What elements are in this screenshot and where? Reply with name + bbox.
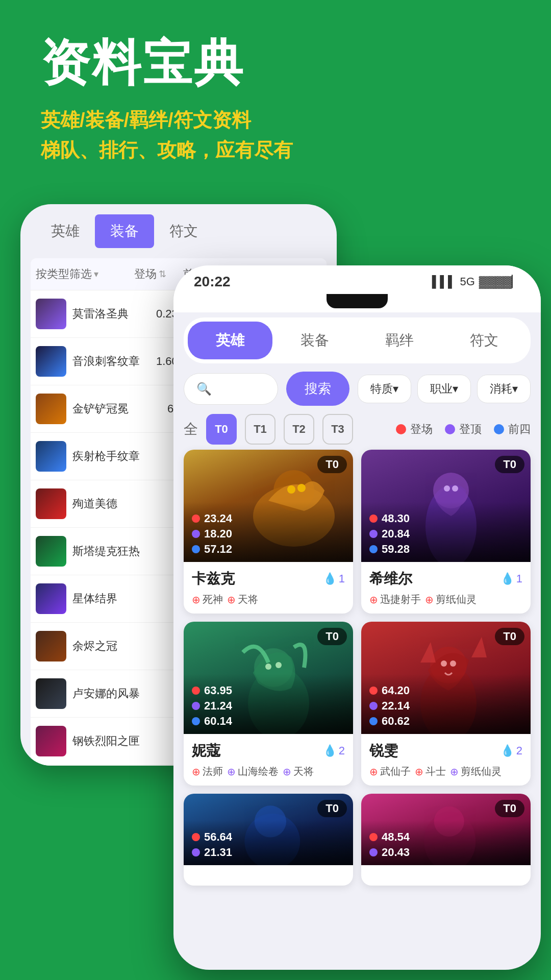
stat-dot-purple xyxy=(192,530,200,538)
status-bar: 20:22 ▌▌▌ 5G ▓▓▓▓▏ xyxy=(173,265,541,294)
stat-line-qiansi-4: 60.62 xyxy=(369,715,522,728)
svg-point-7 xyxy=(452,485,458,492)
hero-card-neeko[interactable]: T0 63.95 21.24 60.14 xyxy=(184,622,353,786)
stat-dot-purple-6 xyxy=(369,848,378,856)
stat-dot-red-3 xyxy=(192,687,200,695)
bg-tab-equipment[interactable]: 装备 xyxy=(95,214,154,248)
card-stats-overlay-6: 48.54 20.43 xyxy=(361,820,531,865)
hero-tag-xunjie: ⊕ 迅捷射手 xyxy=(369,593,421,606)
hero-tag-doushi: ⊕ 斗士 xyxy=(415,765,446,778)
stat-line-dengding-3: 21.24 xyxy=(192,699,345,713)
tier-row: 全 T0 T1 T2 T3 登场 登顶 前四 xyxy=(184,414,531,445)
stat-dot-red-5 xyxy=(192,833,200,841)
hero-card-riven[interactable]: T0 64.20 22.14 60.62 xyxy=(361,622,531,786)
tab-hero[interactable]: 英雄 xyxy=(188,322,272,359)
item-icon xyxy=(36,678,66,709)
svg-point-15 xyxy=(450,660,456,667)
card-stats-overlay: 23.24 18.20 57.12 xyxy=(184,502,353,562)
bg-tab-hero[interactable]: 英雄 xyxy=(36,214,95,248)
hero-card-sivir[interactable]: T0 48.30 20.84 59.28 xyxy=(361,450,531,614)
stat-dot-purple-5 xyxy=(192,848,200,856)
search-row: 🔍 搜索 特质▾ 职业▾ 消耗▾ xyxy=(184,372,531,406)
filter-cost[interactable]: 消耗▾ xyxy=(477,375,531,403)
hero-tag-tianjiang2: ⊕ 天将 xyxy=(283,765,314,778)
foreground-phone: 20:22 ▌▌▌ 5G ▓▓▓▓▏ 英雄 装备 羁绊 符文 🔍 搜索 xyxy=(173,265,541,970)
filter-job[interactable]: 职业▾ xyxy=(417,375,471,403)
stat-dot-purple-3 xyxy=(192,702,200,710)
hero-card-info-3: 妮蔻 💧2 ⊕ 法师 ⊕ 山海绘卷 ⊕ 天将 xyxy=(184,734,353,786)
stat-line-dengchang-2: 48.30 xyxy=(369,512,522,525)
card-stats-overlay-3: 63.95 21.24 60.14 xyxy=(184,674,353,734)
hero-tag-wuxianzi: ⊕ 武仙子 xyxy=(369,765,411,778)
hero-card-image: T0 23.24 18.20 57.12 xyxy=(184,450,353,562)
stat-dot-red-6 xyxy=(369,833,378,841)
header: 资料宝典 英雄/装备/羁绊/符文资料 梯队、排行、攻略，应有尽有 xyxy=(0,0,551,184)
hero-name-3: 妮蔻 xyxy=(192,741,220,761)
filter-trait[interactable]: 特质▾ xyxy=(358,375,411,403)
svg-point-11 xyxy=(276,662,282,668)
filter-arrow: ▾ xyxy=(94,268,98,280)
status-time: 20:22 xyxy=(194,274,231,290)
item-name: 余烬之冠 xyxy=(72,639,151,654)
hero-tag-jianzhixianling: ⊕ 剪纸仙灵 xyxy=(425,593,477,606)
card-stats-overlay-4: 64.20 22.14 60.62 xyxy=(361,674,531,734)
item-icon xyxy=(36,394,66,424)
hero-rank-3: 💧2 xyxy=(323,744,345,757)
stat-dot-red xyxy=(192,514,200,523)
filter-chips: 特质▾ 职业▾ 消耗▾ xyxy=(358,375,531,403)
stat-dot-blue-3 xyxy=(192,717,200,725)
hero-name-row: 卡兹克 💧1 xyxy=(192,569,345,589)
svg-point-6 xyxy=(444,485,450,492)
hero-card-info-4: 锐雯 💧2 ⊕ 武仙子 ⊕ 斗士 ⊕ 剪纸仙灵 xyxy=(361,734,531,786)
stat-dot-purple-2 xyxy=(369,530,378,538)
hero-tag-jianzhixianling2: ⊕ 剪纸仙灵 xyxy=(450,765,502,778)
main-tabs: 英雄 装备 羁绊 符文 xyxy=(184,317,531,363)
bg-tab-rune[interactable]: 符文 xyxy=(154,214,213,248)
subtitle1: 英雄/装备/羁绊/符文资料 xyxy=(41,107,510,133)
hero-name-4: 锐雯 xyxy=(369,741,398,761)
dynamic-island xyxy=(327,294,388,308)
card-tier-badge-3: T0 xyxy=(317,628,347,645)
card-tier-badge: T0 xyxy=(317,456,347,473)
search-input-container: 🔍 xyxy=(184,373,278,405)
tab-equipment[interactable]: 装备 xyxy=(272,322,357,359)
tier-all[interactable]: 全 xyxy=(184,420,198,439)
stat-dot-red-4 xyxy=(369,687,378,695)
hero-tag-shanhai: ⊕ 山海绘卷 xyxy=(227,765,279,778)
card-stats-overlay-5: 56.64 21.31 xyxy=(184,820,353,865)
item-name: 疾射枪手纹章 xyxy=(72,449,151,464)
hero-card-image-6: T0 48.54 20.43 xyxy=(361,794,531,865)
item-icon xyxy=(36,488,66,519)
tab-bond[interactable]: 羁绊 xyxy=(357,322,442,359)
tier-t3[interactable]: T3 xyxy=(322,414,353,445)
stat-dot-blue xyxy=(192,545,200,553)
stat-line-dengding-6: 20.43 xyxy=(369,846,522,859)
hero-card-image-2: T0 48.30 20.84 59.28 xyxy=(361,450,531,562)
stat-line-qiansi: 57.12 xyxy=(192,543,345,556)
item-icon xyxy=(36,726,66,756)
col-type-filter[interactable]: 按类型筛选 ▾ xyxy=(36,266,126,282)
hero-card-5[interactable]: T0 56.64 21.31 xyxy=(184,794,353,886)
hero-card-kazik[interactable]: T0 23.24 18.20 57.12 xyxy=(184,450,353,614)
stat-line-dengding-5: 21.31 xyxy=(192,846,345,859)
col-dengchang[interactable]: 登场 ⇅ xyxy=(126,266,174,282)
legend-row: 登场 登顶 前四 xyxy=(396,422,531,437)
search-icon: 🔍 xyxy=(196,382,212,396)
hero-name: 卡兹克 xyxy=(192,569,235,589)
hero-card-6[interactable]: T0 48.54 20.43 xyxy=(361,794,531,886)
card-tier-badge-5: T0 xyxy=(317,800,347,817)
stat-dot-purple-4 xyxy=(369,702,378,710)
card-tier-badge-2: T0 xyxy=(495,456,524,473)
svg-point-10 xyxy=(265,664,271,670)
card-tier-badge-4: T0 xyxy=(495,628,524,645)
legend-dengding: 登顶 xyxy=(445,422,482,437)
item-name: 卢安娜的风暴 xyxy=(72,686,151,701)
hero-name-row-4: 锐雯 💧2 xyxy=(369,741,522,761)
tier-t2[interactable]: T2 xyxy=(284,414,314,445)
tier-t1[interactable]: T1 xyxy=(245,414,276,445)
tab-rune[interactable]: 符文 xyxy=(442,322,527,359)
tier-t0[interactable]: T0 xyxy=(206,414,237,445)
hero-rank-2: 💧1 xyxy=(500,572,522,585)
stat-line-qiansi-3: 60.14 xyxy=(192,715,345,728)
search-button[interactable]: 搜索 xyxy=(286,372,349,406)
